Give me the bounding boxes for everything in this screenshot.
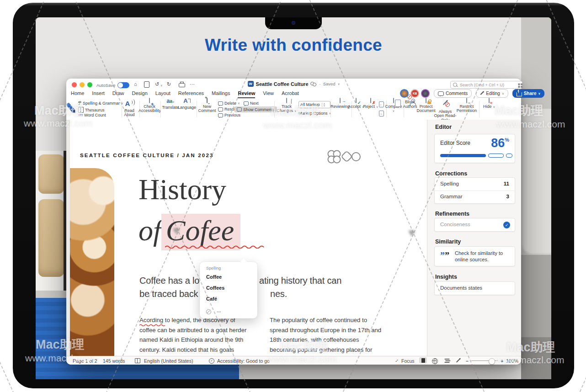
print-layout-view-button[interactable]	[419, 357, 427, 363]
track-changes-icon: ／	[286, 98, 287, 103]
print-icon[interactable]	[179, 83, 185, 87]
zoom-window-button[interactable]	[87, 82, 92, 87]
wallpaper-sponge	[38, 154, 64, 194]
track-changes-button[interactable]: ／ Track Changes ∨	[276, 99, 298, 113]
spelling-suggestion-popup: Spelling Coffee Coffees Café ⋯	[200, 262, 257, 318]
insights-card[interactable]: Documents states	[434, 281, 515, 295]
redo-icon[interactable]: ↻	[167, 81, 171, 87]
home-icon[interactable]: ⌂	[134, 81, 137, 87]
undo-icon[interactable]: ↺	[155, 81, 159, 87]
new-comment-button[interactable]: + New Comment	[197, 99, 217, 113]
focus-icon[interactable]: ↔	[392, 356, 400, 364]
body-line: century. Kaldi noticed that his goats	[139, 345, 254, 355]
previous-comment-button[interactable]: Previous	[218, 113, 240, 117]
tab-mailings[interactable]: Mailings	[212, 90, 230, 98]
suggestion-coffee[interactable]: Coffee	[206, 274, 222, 280]
page-indicator[interactable]: Page 1 of 2	[73, 358, 97, 364]
language-button[interactable]: A Language	[178, 99, 196, 110]
tab-acrobat[interactable]: Acrobat	[282, 90, 299, 98]
search-box[interactable]	[450, 81, 522, 89]
tab-insert[interactable]: Insert	[92, 90, 105, 98]
minimize-window-button[interactable]	[80, 82, 85, 87]
search-input[interactable]	[459, 82, 516, 88]
draft-view-icon[interactable]	[456, 358, 460, 362]
zoom-in-button[interactable]: +	[501, 358, 503, 364]
close-window-button[interactable]	[72, 82, 77, 87]
group-divider	[479, 101, 479, 117]
document-title[interactable]: Seattle Coffee Culture	[256, 81, 309, 87]
insights-row[interactable]: Documents states	[440, 285, 509, 291]
tab-design[interactable]: Design	[132, 90, 148, 98]
protect-document-icon	[426, 98, 426, 103]
collaboration-cluster: KB Comments Editing ∨ Share ∨	[398, 89, 544, 98]
hide-ink-button[interactable]: ≈ Hide ∨	[480, 99, 498, 109]
read-aloud-button[interactable]: A Read Aloud	[120, 99, 139, 117]
macbook-screen: Write with confidence AutoSave ⌂ ↺ ∨ ↻ ⋯	[36, 17, 551, 379]
undo-chevron-icon[interactable]: ∨	[160, 84, 162, 87]
more-options-icon[interactable]: ⋯	[217, 309, 221, 314]
zoom-level[interactable]: 100%	[506, 358, 518, 364]
suggestion-cafe[interactable]: Café	[206, 296, 217, 302]
editing-mode-button[interactable]: Editing ∨	[476, 89, 508, 98]
editor-pen-icon[interactable]	[66, 102, 76, 113]
editor-score-bar	[440, 154, 512, 158]
reject-button[interactable]: ✗ Reject ∨	[362, 99, 379, 109]
check-accessibility-button[interactable]: ★ Check Accessibility	[139, 99, 160, 113]
misspelled-word[interactable]: Acording	[139, 315, 163, 325]
show-comments-button[interactable]: Show Comments	[234, 106, 277, 112]
camera-notch	[265, 17, 322, 29]
language-indicator[interactable]: English (United States)	[144, 358, 193, 364]
tab-view[interactable]: View	[263, 90, 274, 98]
translate-button[interactable]: aa∨ Translate	[161, 99, 180, 110]
spelling-correction-row[interactable]: Spelling 11	[440, 181, 509, 186]
zoom-slider[interactable]	[471, 360, 498, 361]
refinements-card[interactable]: Conciseness ✓	[434, 218, 515, 232]
save-copy-icon[interactable]	[144, 81, 149, 88]
word-count-button[interactable]: 123 Word Count	[78, 113, 106, 117]
conciseness-row[interactable]: Conciseness	[440, 222, 509, 227]
zoom-slider-knob[interactable]	[489, 358, 495, 365]
focus-label[interactable]: Focus	[401, 358, 415, 364]
editor-score-card[interactable]: Editor Score 86%	[434, 134, 515, 163]
document-subheading: of Cofee	[139, 214, 240, 250]
more-commands-icon[interactable]: ⋯	[190, 81, 195, 87]
saved-status[interactable]: Saved	[323, 81, 336, 86]
always-open-readonly-button[interactable]: Always Open Read-Only	[434, 99, 457, 122]
markup-view-select[interactable]: All Markup ∧∨	[298, 101, 330, 108]
proofing-icon[interactable]	[135, 358, 140, 363]
accept-button[interactable]: ✓ Accept ∨	[348, 99, 364, 109]
thesaurus-icon	[78, 107, 84, 113]
tab-review[interactable]: Review	[238, 90, 255, 98]
tab-home[interactable]: Home	[71, 90, 84, 98]
delete-comment-button[interactable]: Delete ∨	[218, 101, 240, 106]
tab-draw[interactable]: Draw	[112, 90, 124, 98]
accessibility-indicator[interactable]: Accessibility: Good to go	[217, 358, 270, 364]
comments-button[interactable]: Comments	[434, 89, 472, 98]
web-layout-view-icon[interactable]	[432, 358, 438, 364]
search-icon	[453, 83, 457, 87]
document-page[interactable]: SEATTLE COFFEE CULTURE / JAN 2023 Histor…	[70, 120, 427, 356]
restrict-permission-button[interactable]: – Restrict Permission	[456, 99, 478, 113]
next-comment-button[interactable]: Next	[244, 101, 259, 106]
similarity-card[interactable]: ”” Check for similarity toonline sources…	[434, 246, 515, 266]
autosave-toggle[interactable]	[117, 82, 129, 88]
editor-score-value: 86%	[491, 136, 509, 150]
thesaurus-button[interactable]: Thesaurus	[78, 107, 105, 113]
ignore-icon[interactable]	[206, 309, 211, 314]
protect-document-button[interactable]: Protect Document	[416, 99, 436, 113]
word-count-indicator[interactable]: 145 words	[103, 358, 125, 364]
tab-references[interactable]: References	[178, 90, 204, 98]
avatar[interactable]	[421, 89, 430, 98]
body-line: becoming popular gathering places for	[270, 345, 389, 355]
grammar-correction-row[interactable]: Grammar 3	[440, 194, 509, 199]
share-button[interactable]: Share ∨	[512, 89, 545, 98]
suggestion-coffees[interactable]: Coffees	[206, 285, 224, 291]
previous-icon	[218, 113, 223, 117]
saved-chevron-icon[interactable]: ∨	[338, 82, 340, 86]
markup-options-button[interactable]: Markup Options ∨	[298, 111, 331, 116]
toolbar-extras-icon[interactable]	[518, 84, 520, 85]
zoom-out-button[interactable]: –	[466, 358, 469, 364]
outline-view-icon[interactable]	[445, 359, 450, 360]
spelling-grammar-button[interactable]: ab✓ Spelling & Grammar ∨	[78, 101, 123, 106]
similarity-text: Check for similarity toonline sources.	[455, 250, 503, 263]
